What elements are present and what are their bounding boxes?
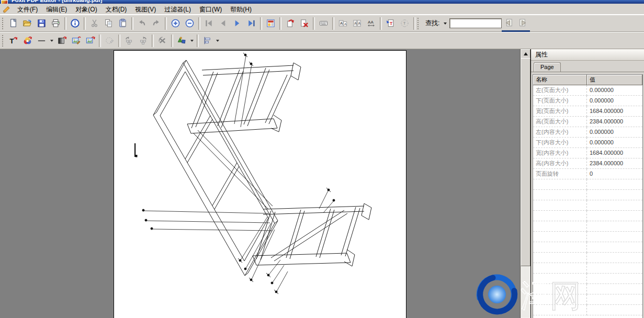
property-name: 左(内容大小) bbox=[533, 127, 587, 138]
menu-item-4[interactable]: 视图(V) bbox=[131, 5, 160, 14]
properties-table-header: 名称 值 bbox=[533, 75, 642, 85]
first-page-icon bbox=[204, 18, 214, 28]
delete-object-button[interactable] bbox=[155, 34, 170, 48]
select-object-button[interactable] bbox=[103, 34, 117, 48]
info-button[interactable] bbox=[68, 17, 82, 30]
shapes-tool-dropdown[interactable] bbox=[189, 34, 195, 48]
property-row-empty bbox=[533, 232, 642, 242]
property-row-4[interactable]: 左(内容大小)0.000000 bbox=[533, 127, 642, 138]
draw-line-button[interactable] bbox=[35, 34, 49, 48]
page-layout-icon bbox=[266, 18, 276, 28]
property-row-empty bbox=[533, 284, 642, 294]
rotate-object-right-button[interactable] bbox=[136, 34, 150, 48]
delete-page-button[interactable] bbox=[297, 17, 311, 30]
edit-image-button[interactable] bbox=[69, 34, 83, 48]
property-value[interactable]: 1684.000000 bbox=[587, 106, 642, 117]
property-value[interactable]: 0 bbox=[587, 169, 642, 179]
insert-text-button[interactable]: T bbox=[383, 17, 398, 30]
toolbar-grip[interactable] bbox=[2, 18, 5, 29]
menu-item-5[interactable]: 过滤器(L) bbox=[160, 5, 195, 14]
find-prev-button[interactable] bbox=[502, 15, 516, 32]
first-page-button[interactable] bbox=[202, 17, 216, 30]
property-row-2[interactable]: 宽(页面大小)1684.000000 bbox=[533, 106, 642, 117]
add-image-button[interactable] bbox=[83, 34, 97, 48]
property-value[interactable]: 0.000000 bbox=[587, 85, 642, 96]
toolbar-grip[interactable] bbox=[417, 18, 420, 29]
page-layout-button[interactable] bbox=[264, 17, 278, 30]
property-row-5[interactable]: 下(内容大小)0.000000 bbox=[533, 138, 642, 148]
insert-text-icon: T bbox=[386, 18, 396, 28]
font-resize-button[interactable]: AA bbox=[336, 17, 350, 30]
property-row-7[interactable]: 高(内容大小)2384.000000 bbox=[533, 158, 642, 169]
char-spacing-button[interactable]: AA bbox=[364, 17, 378, 30]
menu-item-3[interactable]: 文档(D) bbox=[101, 5, 131, 14]
menu-item-6[interactable]: 窗口(W) bbox=[195, 5, 226, 14]
tab-page[interactable]: Page bbox=[534, 62, 561, 72]
menu-item-1[interactable]: 编辑(E) bbox=[42, 5, 71, 14]
property-row-0[interactable]: 左(页面大小)0.000000 bbox=[533, 85, 642, 96]
toolbar-grip[interactable] bbox=[2, 35, 5, 47]
menu-item-0[interactable]: 文件(F) bbox=[13, 5, 42, 14]
toolbar-separator bbox=[171, 35, 173, 47]
new-file-button[interactable] bbox=[6, 17, 20, 30]
last-page-button[interactable] bbox=[244, 17, 258, 30]
find-next-button[interactable] bbox=[516, 15, 530, 32]
toolbar-separator bbox=[279, 17, 281, 30]
new-file-icon bbox=[8, 18, 18, 28]
prev-page-button[interactable] bbox=[216, 17, 230, 30]
find-input[interactable] bbox=[449, 18, 502, 28]
undo-icon bbox=[137, 18, 147, 28]
kern-pairs-button[interactable]: AA bbox=[350, 17, 364, 30]
scrollbar-thumb[interactable] bbox=[521, 58, 530, 266]
property-value[interactable]: 0.000000 bbox=[587, 96, 642, 106]
redo-button[interactable] bbox=[149, 17, 163, 30]
property-value[interactable]: 1684.000000 bbox=[587, 148, 642, 158]
add-text-button[interactable]: T bbox=[6, 34, 20, 48]
menu-item-7[interactable]: 帮助(H) bbox=[226, 5, 256, 14]
add-color-icon bbox=[22, 36, 32, 46]
rotate-object-right-icon bbox=[138, 36, 148, 46]
paste-button[interactable] bbox=[116, 17, 130, 30]
property-value[interactable]: 0.000000 bbox=[587, 138, 642, 148]
toolbar-separator bbox=[332, 17, 334, 30]
property-row-6[interactable]: 宽(内容大小)1684.000000 bbox=[533, 148, 642, 158]
align-tool-button[interactable] bbox=[200, 34, 214, 48]
zoom-out-button[interactable] bbox=[183, 17, 197, 30]
pdf-page[interactable] bbox=[114, 51, 406, 318]
text-orientation-button[interactable]: T bbox=[398, 17, 412, 30]
property-row-1[interactable]: 下(页面大小)0.000000 bbox=[533, 96, 642, 106]
property-value[interactable]: 2384.000000 bbox=[587, 117, 642, 127]
copy-button[interactable] bbox=[101, 17, 116, 30]
rotate-object-left-button[interactable] bbox=[122, 34, 136, 48]
open-file-button[interactable] bbox=[20, 17, 35, 30]
shapes-tool-button[interactable] bbox=[175, 34, 189, 48]
property-value[interactable]: 0.000000 bbox=[587, 127, 642, 138]
property-row-empty bbox=[533, 242, 642, 253]
keyboard-button[interactable] bbox=[317, 17, 331, 30]
delete-object-icon bbox=[157, 36, 167, 46]
text-orientation-icon: T bbox=[400, 18, 410, 28]
property-row-8[interactable]: 页面旋转0 bbox=[533, 169, 642, 179]
undo-button[interactable] bbox=[135, 17, 149, 30]
property-value[interactable]: 2384.000000 bbox=[587, 158, 642, 169]
property-row-3[interactable]: 高(页面大小)2384.000000 bbox=[533, 117, 642, 127]
vertical-scrollbar[interactable] bbox=[520, 49, 530, 318]
find-label: 查找: bbox=[424, 19, 440, 28]
menu-item-2[interactable]: 对象(O) bbox=[71, 5, 101, 14]
align-tool-dropdown[interactable] bbox=[214, 34, 221, 48]
save-file-button[interactable] bbox=[35, 17, 49, 30]
property-row-empty bbox=[533, 253, 642, 263]
toolbar-separator bbox=[99, 35, 101, 47]
find-history-dropdown[interactable] bbox=[442, 19, 448, 28]
zoom-in-button[interactable] bbox=[168, 17, 183, 30]
draw-line-dropdown[interactable] bbox=[49, 34, 55, 48]
add-color-button[interactable] bbox=[20, 34, 35, 48]
add-shading-button[interactable] bbox=[55, 34, 69, 48]
zoom-in-icon bbox=[171, 18, 180, 28]
next-page-button[interactable] bbox=[230, 17, 244, 30]
document-menu-icon[interactable] bbox=[2, 5, 12, 14]
cut-button[interactable] bbox=[87, 17, 101, 30]
char-spacing-icon: AA bbox=[366, 18, 376, 28]
print-button[interactable] bbox=[49, 17, 63, 30]
rotate-page-button[interactable] bbox=[283, 17, 297, 30]
